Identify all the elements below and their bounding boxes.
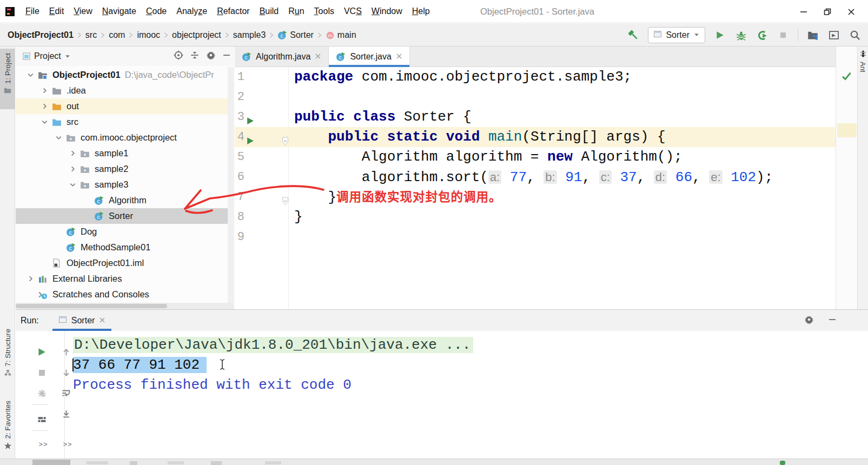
menu-item-view[interactable]: View: [69, 4, 97, 19]
build-hammer-icon[interactable]: [627, 29, 640, 42]
menu-item-code[interactable]: Code: [141, 4, 171, 19]
tab-close-icon[interactable]: [315, 52, 321, 62]
expand-open-icon[interactable]: [37, 118, 52, 126]
tab-algorithm-java[interactable]: cAlgorithm.java: [235, 46, 329, 67]
menu-item-edit[interactable]: Edit: [44, 4, 69, 19]
run-tab-close-icon[interactable]: [99, 316, 105, 326]
menu-item-refactor[interactable]: Refactor: [212, 4, 254, 19]
menu-item-run[interactable]: Run: [283, 4, 309, 19]
tool-strip-tab-1-project[interactable]: 1: Project: [0, 49, 15, 109]
menu-item-file[interactable]: File: [21, 4, 44, 19]
tree-row-scratches-and-consoles[interactable]: Scratches and Consoles: [16, 287, 228, 302]
next-occurrence-button[interactable]: [60, 367, 72, 378]
stop-process-button[interactable]: [36, 367, 48, 378]
ant-tool-button[interactable]: Ant: [858, 46, 868, 72]
prev-occurrence-button[interactable]: [60, 346, 72, 358]
run-with-coverage-button[interactable]: [756, 29, 768, 42]
code-line-6[interactable]: 6 algorithm.sort(a: 77, b: 91, c: 37, d:…: [235, 167, 836, 187]
code-line-3[interactable]: 3public class Sorter {: [235, 107, 836, 127]
expand-closed-icon[interactable]: [65, 149, 80, 157]
run-button[interactable]: [713, 29, 726, 42]
more-actions-button[interactable]: >>: [62, 438, 74, 450]
stop-button[interactable]: [777, 29, 790, 42]
console-line[interactable]: Process finished with exit code 0: [73, 375, 473, 395]
breadcrumb-item-objectproject[interactable]: objectproject: [171, 29, 222, 41]
menu-item-build[interactable]: Build: [255, 4, 284, 19]
tree-row-sample3[interactable]: sample3: [16, 177, 228, 192]
run-line-icon[interactable]: [246, 112, 255, 122]
menu-item-analyze[interactable]: Analyze: [171, 4, 212, 19]
tree-row-idea[interactable]: .idea: [16, 83, 228, 98]
run-line-icon[interactable]: [246, 132, 255, 142]
code-line-2[interactable]: 2: [235, 87, 836, 107]
expand-closed-icon[interactable]: [37, 102, 52, 110]
breadcrumb-item-imooc[interactable]: imooc: [136, 29, 161, 41]
menu-item-tools[interactable]: Tools: [309, 4, 339, 19]
project-horizontal-scrollbar[interactable]: [16, 303, 234, 309]
minimize-button[interactable]: [794, 4, 813, 20]
tree-row-dog[interactable]: cDog: [16, 224, 228, 240]
breadcrumb-item-main[interactable]: mmain: [325, 29, 357, 41]
expand-closed-icon[interactable]: [65, 165, 80, 173]
soft-wrap-button[interactable]: [60, 387, 72, 399]
breadcrumb-item-sorter[interactable]: cSorter: [277, 29, 314, 41]
console-line[interactable]: D:\Developer\Java\jdk1.8.0_201\bin\java.…: [73, 335, 473, 355]
code-line-5[interactable]: 5 Algorithm algorithm = new Algorithm();: [235, 147, 836, 167]
run-settings-gear-icon[interactable]: [804, 315, 814, 327]
code-line-4[interactable]: 4 public static void main(String[] args)…: [235, 127, 836, 147]
collapse-all-icon[interactable]: [190, 50, 200, 62]
run-console[interactable]: D:\Developer\Java\jdk1.8.0_201\bin\java.…: [73, 335, 473, 395]
console-line[interactable]: 37 66 77 91 102: [73, 355, 473, 375]
tree-row-external-libraries[interactable]: External Libraries: [16, 271, 228, 287]
tree-row-sample1[interactable]: sample1: [16, 145, 228, 161]
project-view-selector[interactable]: Project: [22, 51, 71, 61]
run-tab-sorter[interactable]: Sorter: [52, 310, 112, 331]
tree-row-src[interactable]: src: [16, 114, 228, 130]
code-line-9[interactable]: 9: [235, 227, 836, 247]
project-vertical-scrollbar[interactable]: [228, 67, 234, 303]
restore-layout-button[interactable]: [36, 413, 48, 425]
rerun-button[interactable]: [36, 346, 48, 358]
tree-row-objectproject01-iml[interactable]: ObjectProject01.iml: [16, 255, 228, 271]
tree-row-objectproject01[interactable]: ObjectProject01D:\java_code\ObjectPr: [16, 67, 228, 83]
tool-strip-tab-7-structure[interactable]: 7: Structure: [0, 324, 15, 395]
run-configuration-select[interactable]: Sorter: [648, 27, 705, 43]
code-line-1[interactable]: 1package com.imooc.objectproject.sample3…: [235, 67, 836, 87]
hide-run-panel-icon[interactable]: [828, 315, 837, 326]
tree-row-methodsample01[interactable]: cMethodSample01: [16, 240, 228, 255]
menu-item-help[interactable]: Help: [407, 4, 435, 19]
more-actions-button[interactable]: >>: [37, 438, 49, 450]
tool-strip-tab-2-favorites[interactable]: 2: Favorites: [0, 396, 15, 462]
hide-panel-icon[interactable]: [222, 51, 231, 62]
editor-error-stripe[interactable]: [836, 46, 857, 309]
rerun-failed-button[interactable]: [36, 387, 48, 399]
breadcrumb-item-com[interactable]: com: [108, 29, 125, 41]
tab-close-icon[interactable]: [396, 52, 402, 62]
search-everywhere-icon[interactable]: [849, 29, 862, 42]
expand-open-icon[interactable]: [51, 134, 66, 142]
tree-row-sample2[interactable]: sample2: [16, 161, 228, 177]
tree-row-algorithm[interactable]: cAlgorithm: [16, 192, 228, 208]
settings-gear-icon[interactable]: [206, 50, 216, 62]
project-structure-icon[interactable]: [806, 29, 819, 42]
expand-closed-icon[interactable]: [23, 275, 38, 283]
breadcrumb-item-src[interactable]: src: [85, 29, 97, 41]
expand-closed-icon[interactable]: [37, 87, 52, 95]
code-line-8[interactable]: 8}: [235, 207, 836, 227]
tree-row-com-imooc-objectproject[interactable]: com.imooc.objectproject: [16, 130, 228, 145]
breadcrumb-item-sample3[interactable]: sample3: [233, 29, 266, 41]
breadcrumb-item-objectproject01[interactable]: ObjectProject01: [7, 29, 74, 41]
debug-button[interactable]: [734, 29, 747, 42]
menu-item-window[interactable]: Window: [367, 4, 407, 19]
tree-row-out[interactable]: out: [16, 98, 228, 114]
code-line-7[interactable]: 7 }调用函数实现对封包的调用。: [235, 187, 836, 207]
close-button[interactable]: [842, 4, 860, 20]
expand-open-icon[interactable]: [65, 181, 80, 189]
locate-file-icon[interactable]: [174, 50, 183, 62]
code-editor[interactable]: 1package com.imooc.objectproject.sample3…: [235, 67, 836, 309]
restore-button[interactable]: [818, 4, 837, 20]
tree-row-sorter[interactable]: cSorter: [16, 208, 228, 224]
tab-sorter-java[interactable]: cSorter.java: [329, 46, 409, 67]
terminal-window-icon[interactable]: [827, 29, 840, 42]
expand-open-icon[interactable]: [23, 71, 38, 79]
